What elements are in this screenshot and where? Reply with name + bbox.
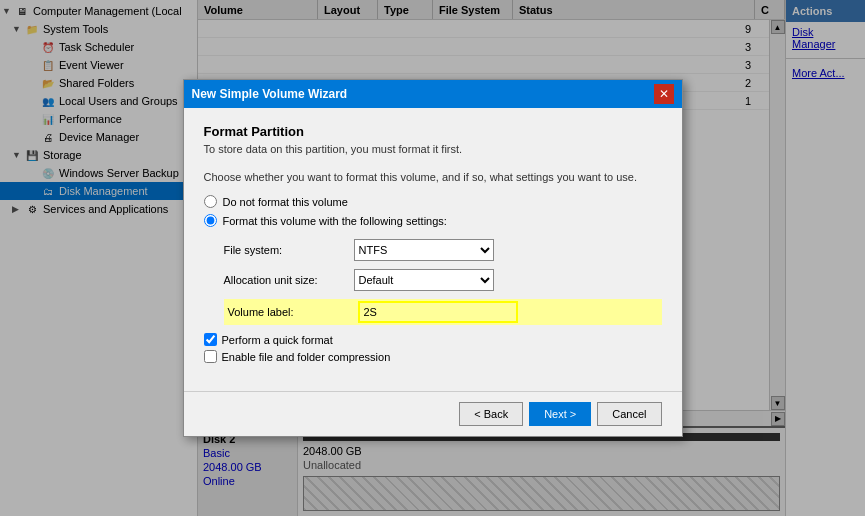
compression-checkbox-row: Enable file and folder compression bbox=[204, 350, 662, 363]
allocation-row: Allocation unit size: Default 512 1024 bbox=[224, 269, 662, 291]
filesystem-control: NTFS FAT32 exFAT bbox=[354, 239, 662, 261]
modal-options: Do not format this volume Format this vo… bbox=[204, 195, 662, 227]
filesystem-label: File system: bbox=[224, 244, 354, 256]
compression-label: Enable file and folder compression bbox=[222, 351, 391, 363]
compression-checkbox[interactable] bbox=[204, 350, 217, 363]
allocation-label: Allocation unit size: bbox=[224, 274, 354, 286]
modal-desc: To store data on this partition, you mus… bbox=[204, 143, 662, 155]
filesystem-row: File system: NTFS FAT32 exFAT bbox=[224, 239, 662, 261]
modal-settings: File system: NTFS FAT32 exFAT Allocation… bbox=[224, 239, 662, 325]
volume-label-control bbox=[358, 301, 658, 323]
modal-close-button[interactable]: ✕ bbox=[654, 84, 674, 104]
modal-title: New Simple Volume Wizard bbox=[192, 87, 348, 101]
quick-format-checkbox-row: Perform a quick format bbox=[204, 333, 662, 346]
quick-format-label: Perform a quick format bbox=[222, 334, 333, 346]
modal-titlebar: New Simple Volume Wizard ✕ bbox=[184, 80, 682, 108]
next-button[interactable]: Next > bbox=[529, 402, 591, 426]
no-format-radio[interactable] bbox=[204, 195, 217, 208]
filesystem-select[interactable]: NTFS FAT32 exFAT bbox=[354, 239, 494, 261]
format-partition-modal: New Simple Volume Wizard ✕ Format Partit… bbox=[183, 79, 683, 437]
modal-section-title: Format Partition bbox=[204, 124, 662, 139]
do-format-radio[interactable] bbox=[204, 214, 217, 227]
modal-instruction: Choose whether you want to format this v… bbox=[204, 171, 662, 183]
volume-label-row: Volume label: bbox=[224, 299, 662, 325]
allocation-control: Default 512 1024 bbox=[354, 269, 662, 291]
volume-label-label: Volume label: bbox=[228, 306, 358, 318]
modal-checkboxes: Perform a quick format Enable file and f… bbox=[204, 333, 662, 363]
modal-footer: < Back Next > Cancel bbox=[184, 391, 682, 436]
back-button[interactable]: < Back bbox=[459, 402, 523, 426]
modal-overlay: New Simple Volume Wizard ✕ Format Partit… bbox=[0, 0, 865, 516]
allocation-select[interactable]: Default 512 1024 bbox=[354, 269, 494, 291]
cancel-button[interactable]: Cancel bbox=[597, 402, 661, 426]
no-format-label: Do not format this volume bbox=[223, 196, 348, 208]
modal-body: Format Partition To store data on this p… bbox=[184, 108, 682, 391]
quick-format-checkbox[interactable] bbox=[204, 333, 217, 346]
option-no-format: Do not format this volume bbox=[204, 195, 662, 208]
volume-label-input[interactable] bbox=[358, 301, 518, 323]
do-format-label: Format this volume with the following se… bbox=[223, 215, 447, 227]
option-format: Format this volume with the following se… bbox=[204, 214, 662, 227]
